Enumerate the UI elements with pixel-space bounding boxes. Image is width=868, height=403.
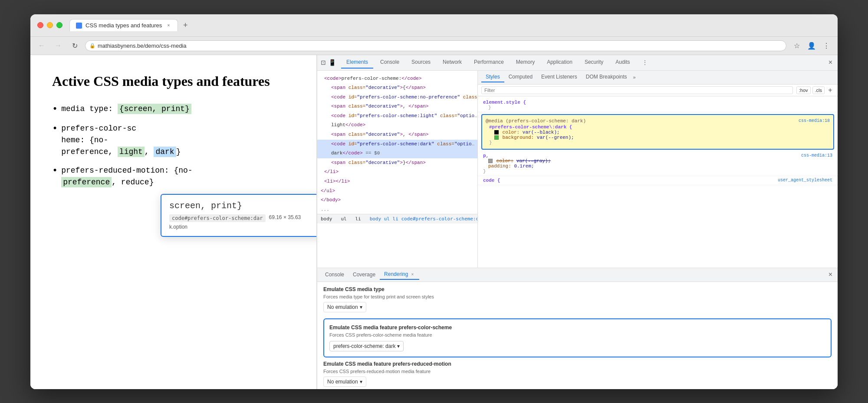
new-tab-button[interactable]: +	[180, 20, 191, 31]
menu-icon[interactable]: ⋮	[820, 39, 832, 52]
filter-input[interactable]	[481, 86, 793, 94]
tab-close-button[interactable]: ×	[165, 23, 171, 29]
list-item-media-type: media type: {screen, print}	[52, 103, 295, 116]
breadcrumb-li[interactable]: li	[355, 216, 361, 222]
close-button[interactable]	[37, 22, 43, 28]
dom-line[interactable]: <span class="decorative">}</span>	[317, 158, 477, 168]
title-bar: CSS media types and features × +	[30, 14, 838, 37]
dom-line[interactable]: <span class="decorative">, </span>	[317, 130, 477, 140]
devtools-tab-performance[interactable]: Performance	[469, 56, 509, 69]
chevron-down-icon: ▾	[397, 343, 400, 349]
browser-tab-active[interactable]: CSS media types and features ×	[69, 19, 178, 31]
devtools-tab-elements[interactable]: Elements	[341, 56, 373, 69]
rule-close: }	[483, 169, 486, 174]
color-swatch-black	[494, 130, 499, 134]
tooltip-info: code#prefers-color-scheme:dar 69.16 × 35…	[169, 214, 317, 222]
rule-close: }	[488, 105, 491, 110]
bottom-tab-console[interactable]: Console	[321, 270, 349, 279]
dom-line[interactable]: </ul>	[317, 187, 477, 196]
devtools-tab-network[interactable]: Network	[437, 56, 467, 69]
dom-line[interactable]: <code id="prefers-color-scheme:light" cl…	[317, 111, 477, 121]
bottom-tab-close[interactable]: ×	[410, 272, 415, 277]
avatar-icon[interactable]: 👤	[806, 39, 818, 52]
style-rule-p: css-media:13 p, color: var(--gray); padd	[478, 151, 838, 176]
dom-tree: <code>prefers-color-scheme:</code> <span…	[317, 71, 478, 268]
color-scheme-select[interactable]: prefers-color-scheme: dark ▾	[329, 341, 404, 351]
traffic-lights	[37, 22, 62, 28]
devtools-main: <code>prefers-color-scheme:</code> <span…	[317, 71, 838, 389]
minimize-button[interactable]	[47, 22, 53, 28]
tooltip-overlay: screen, print} code#prefers-color-scheme…	[161, 194, 317, 237]
dom-line[interactable]: </li>	[317, 167, 477, 177]
style-source: user_agent_stylesheet	[778, 178, 832, 183]
hov-button[interactable]: :hov	[796, 86, 811, 94]
devtools-top: <code>prefers-color-scheme:</code> <span…	[317, 71, 838, 268]
dom-line[interactable]: <span class="decorative">, </span>	[317, 102, 477, 111]
hov-cls-buttons: :hov .cls +	[796, 86, 834, 94]
devtools-close-button[interactable]: ×	[827, 57, 834, 68]
dom-line[interactable]: <span class="decorative">{</span>	[317, 83, 477, 93]
emulate-scheme-desc: Forces CSS prefers-color-scheme media fe…	[329, 332, 825, 337]
main-area: Active CSS media types and features medi…	[30, 55, 838, 389]
bottom-tab-coverage[interactable]: Coverage	[349, 270, 380, 279]
dom-line-selected[interactable]: <code id="prefers-color-scheme:dark" cla…	[317, 140, 477, 149]
add-style-button[interactable]: +	[826, 86, 834, 94]
code-highlight: {screen, print}	[118, 104, 191, 114]
back-button[interactable]: ←	[36, 39, 48, 52]
tooltip-box: screen, print} code#prefers-color-scheme…	[161, 194, 317, 237]
styles-tab-computed[interactable]: Computed	[504, 72, 537, 82]
no-emulation2-label: No emulation	[327, 379, 358, 385]
device-icon[interactable]: 📱	[329, 59, 336, 66]
dom-line[interactable]: </body>	[317, 196, 477, 205]
rendering-motion-title: Emulate CSS media feature prefers-reduce…	[323, 361, 832, 367]
chevron-down-icon: ▾	[360, 304, 362, 310]
devtools-tab-security[interactable]: Security	[579, 56, 608, 69]
breadcrumb-body[interactable]: body	[321, 216, 332, 222]
address-input[interactable]: mathiasbynens.be/demo/css-media	[85, 40, 786, 51]
tab-bar: CSS media types and features × +	[69, 19, 191, 31]
no-emulation-label: No emulation	[327, 304, 358, 310]
devtools-tab-application[interactable]: Application	[542, 56, 578, 69]
forward-button[interactable]: →	[52, 39, 64, 52]
bottom-panel-close[interactable]: ×	[827, 269, 834, 280]
maximize-button[interactable]	[56, 22, 62, 28]
style-value: 0.1rem;	[514, 164, 534, 169]
style-selector: element.style {	[483, 100, 526, 105]
devtools-tab-audits[interactable]: Audits	[610, 56, 635, 69]
devtools-tab-console[interactable]: Console	[375, 56, 404, 69]
dom-breadcrumb-bar: body ul li body ul li code#prefers-color…	[317, 214, 477, 223]
bookmark-icon[interactable]: ☆	[791, 39, 803, 52]
refresh-button[interactable]: ↻	[69, 39, 81, 52]
devtools-inspect-icons: ⊡ 📱	[321, 59, 336, 66]
styles-tab-styles[interactable]: Styles	[481, 72, 504, 82]
devtools-more-icon[interactable]: ⋮	[639, 58, 651, 67]
cls-button[interactable]: .cls	[812, 86, 825, 94]
chevron-down-icon: ▾	[360, 379, 362, 385]
rendering-section-desc: Forces media type for testing print and …	[323, 294, 832, 299]
dom-line[interactable]: <li></li>	[317, 177, 477, 187]
breadcrumb-ul[interactable]: ul	[341, 216, 346, 222]
media-type-select[interactable]: No emulation ▾	[323, 302, 366, 312]
bottom-tab-rendering[interactable]: Rendering ×	[380, 269, 419, 280]
devtools-toolbar: ⊡ 📱 Elements Console Sources Network Per…	[317, 55, 838, 71]
dom-line[interactable]: <code id="prefers-color-scheme:no-prefer…	[317, 93, 477, 102]
inspect-icon[interactable]: ⊡	[321, 59, 326, 66]
toolbar-icons: ☆ 👤 ⋮	[791, 39, 832, 52]
styles-tab-more[interactable]: »	[633, 75, 635, 80]
styles-tab-dom-breakpoints[interactable]: DOM Breakpoints	[582, 72, 631, 82]
breadcrumb-code[interactable]: body ul li code#prefers-color-scheme:dar…	[370, 216, 478, 222]
rule-close: }	[489, 140, 492, 145]
motion-select[interactable]: No emulation ▾	[323, 377, 366, 387]
devtools-tab-sources[interactable]: Sources	[406, 56, 436, 69]
dom-line[interactable]: dark</code> == $0	[317, 149, 477, 158]
style-rule-code: user_agent_stylesheet code {	[478, 176, 838, 185]
styles-content: element.style { } css-media:18 @media (p…	[478, 96, 838, 268]
style-value: var(--black);	[523, 130, 560, 135]
code-light: light	[118, 147, 145, 157]
styles-tab-event-listeners[interactable]: Event Listeners	[537, 72, 582, 82]
list-item-prefers-color: prefers-color-sc heme: {no- preference, …	[52, 123, 295, 158]
dom-line[interactable]: <code>prefers-color-scheme:</code>	[317, 74, 477, 84]
dom-line[interactable]: light</code>	[317, 121, 477, 130]
devtools-tab-memory[interactable]: Memory	[511, 56, 540, 69]
color-swatch-green	[494, 135, 499, 140]
